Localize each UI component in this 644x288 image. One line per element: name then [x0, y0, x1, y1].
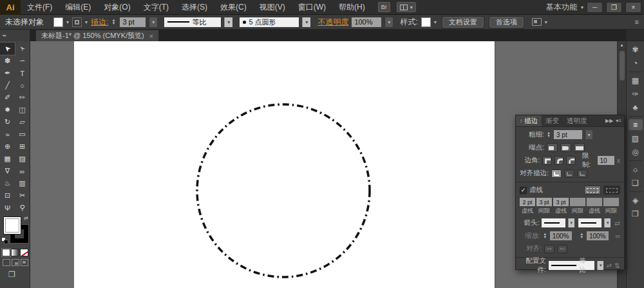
document-tab[interactable]: 未标题-1* @ 150% (CMYK/预览) ×: [35, 30, 159, 41]
corner-miter-button[interactable]: [542, 156, 551, 165]
swatches-panel-icon[interactable]: ▦: [629, 75, 643, 86]
profile-dropdown-arrow[interactable]: ▾: [597, 261, 603, 270]
panel-menu-icon[interactable]: ▾≡: [616, 118, 621, 124]
artboard-tool[interactable]: ⊡: [0, 189, 15, 202]
align-arrow-end-button[interactable]: ↤: [557, 245, 567, 253]
scale-stepper[interactable]: ▲▼: [580, 233, 584, 239]
direct-selection-tool[interactable]: ➢: [15, 43, 30, 55]
preferences-button[interactable]: 首选项: [489, 17, 524, 28]
brush-dropdown-arrow[interactable]: ▾: [302, 17, 310, 27]
bridge-button[interactable]: Br: [378, 2, 390, 12]
dashed-line-checkbox[interactable]: ✓: [520, 187, 527, 194]
close-button[interactable]: ×: [625, 2, 641, 13]
artboard[interactable]: [74, 41, 495, 288]
arrowhead-end-dropdown[interactable]: [578, 218, 602, 227]
dash-field[interactable]: 3 pt: [553, 198, 569, 206]
pen-tool[interactable]: ✒: [0, 67, 15, 79]
gradient-tool[interactable]: ▨: [15, 153, 30, 165]
menu-help[interactable]: 帮助(H): [332, 0, 372, 15]
menu-object[interactable]: 对象(O): [97, 0, 137, 15]
magic-wand-tool[interactable]: ✽: [0, 55, 15, 67]
scale-start-value[interactable]: 100%: [550, 231, 573, 240]
width-profile-dropdown-arrow[interactable]: ▾: [224, 17, 232, 27]
fill-indicator[interactable]: [3, 216, 21, 235]
chevron-down-icon[interactable]: ▾: [66, 19, 69, 25]
symbol-sprayer-tool[interactable]: ♨: [0, 177, 15, 189]
opacity-panel-link[interactable]: 不透明度: [317, 17, 348, 28]
dash-field[interactable]: [587, 198, 602, 206]
dock-header[interactable]: [627, 30, 644, 41]
draw-inside-icon[interactable]: [21, 259, 28, 266]
rotate-tool[interactable]: ↻: [0, 116, 15, 128]
workspace-switcher[interactable]: 基本功能: [546, 2, 577, 13]
menu-file[interactable]: 文件(F): [21, 0, 59, 15]
scroll-up-icon[interactable]: ▲: [618, 41, 626, 50]
dash-field[interactable]: 2 pt: [520, 198, 535, 206]
stroke-weight-dropdown[interactable]: ▾: [149, 17, 157, 27]
graphic-styles-panel-icon[interactable]: ❏: [629, 177, 643, 188]
symbols-panel-icon[interactable]: ♣: [629, 102, 643, 113]
shape-builder-tool[interactable]: ⊕: [0, 140, 15, 153]
stroke-color-swatch[interactable]: [72, 17, 82, 27]
gap-field[interactable]: 3 pt: [536, 198, 552, 206]
color-panel-icon[interactable]: ✾: [629, 44, 643, 55]
minimize-button[interactable]: ─: [587, 2, 603, 13]
fill-color-swatch[interactable]: [53, 17, 63, 27]
align-stroke-inside-button[interactable]: [564, 169, 574, 178]
chevron-down-icon[interactable]: ▾: [545, 19, 547, 25]
limit-value[interactable]: 10: [598, 156, 614, 165]
line-segment-tool[interactable]: ╱: [0, 79, 15, 91]
link-scale-icon[interactable]: ∞: [615, 232, 620, 240]
free-transform-tool[interactable]: ▭: [15, 128, 30, 140]
eraser-tool[interactable]: ◫: [15, 104, 30, 116]
weight-dropdown[interactable]: ▾: [585, 130, 592, 139]
brushes-panel-icon[interactable]: ✑: [629, 88, 643, 99]
hand-tool[interactable]: Ψ: [0, 202, 15, 214]
scrollbar-thumb[interactable]: [620, 51, 625, 81]
stroke-panel-icon[interactable]: ≡: [629, 119, 643, 130]
stroke-weight-value[interactable]: 3 pt: [120, 17, 146, 27]
menu-view[interactable]: 视图(V): [253, 0, 292, 15]
width-tool[interactable]: ≈: [0, 128, 15, 140]
preserve-dash-button[interactable]: [584, 186, 601, 195]
tab-transparency[interactable]: 透明度: [563, 115, 591, 126]
artboards-panel-icon[interactable]: ❐: [629, 208, 643, 219]
column-graph-tool[interactable]: ▥: [15, 177, 30, 189]
chevron-down-icon[interactable]: ▾: [434, 19, 437, 25]
tab-gradient[interactable]: 渐变: [542, 115, 563, 126]
color-guide-panel-icon[interactable]: ◔: [629, 57, 643, 68]
menu-edit[interactable]: 编辑(E): [59, 0, 97, 15]
tab-stroke[interactable]: ↕ 描边: [516, 115, 542, 126]
stroke-panel-link[interactable]: 描边:: [91, 17, 108, 28]
brush-dropdown[interactable]: 5 点圆形: [240, 17, 299, 27]
document-setup-button[interactable]: 文档设置: [442, 17, 484, 28]
swap-fill-stroke-icon[interactable]: ⇄: [24, 215, 28, 221]
opacity-value[interactable]: 100%: [352, 17, 381, 27]
lasso-tool[interactable]: ∽: [15, 55, 30, 67]
menu-effect[interactable]: 效果(C): [214, 0, 253, 15]
gradient-panel-icon[interactable]: ▧: [629, 133, 643, 144]
align-dash-button[interactable]: [603, 186, 620, 195]
blend-tool[interactable]: ∞: [15, 165, 30, 177]
draw-normal-icon[interactable]: [3, 259, 10, 266]
dashed-circle[interactable]: [197, 104, 370, 277]
perspective-grid-tool[interactable]: ⊞: [15, 140, 30, 153]
eyedropper-tool[interactable]: ∇: [0, 165, 15, 177]
gradient-button[interactable]: [11, 249, 19, 256]
scale-tool[interactable]: ▱: [15, 116, 30, 128]
weight-stepper[interactable]: ▲▼: [547, 131, 551, 138]
share-panel-icon[interactable]: [532, 18, 542, 26]
align-stroke-center-button[interactable]: [551, 169, 562, 178]
gap-field[interactable]: [570, 198, 585, 206]
arrowhead-start-dropdown[interactable]: [542, 218, 565, 227]
slice-tool[interactable]: ✂: [15, 189, 30, 202]
width-profile-dropdown[interactable]: 等比: [164, 17, 221, 27]
paintbrush-tool[interactable]: ✐: [0, 91, 15, 104]
chevron-down-icon[interactable]: ▾: [85, 19, 88, 25]
gap-field[interactable]: [603, 198, 619, 206]
layers-panel-icon[interactable]: ◈: [629, 195, 643, 206]
appearance-panel-icon[interactable]: ☼: [629, 164, 643, 175]
cap-projecting-button[interactable]: [574, 143, 585, 152]
collapse-panel-icon[interactable]: ▶▶: [605, 118, 613, 124]
pencil-tool[interactable]: ✏: [15, 91, 30, 104]
